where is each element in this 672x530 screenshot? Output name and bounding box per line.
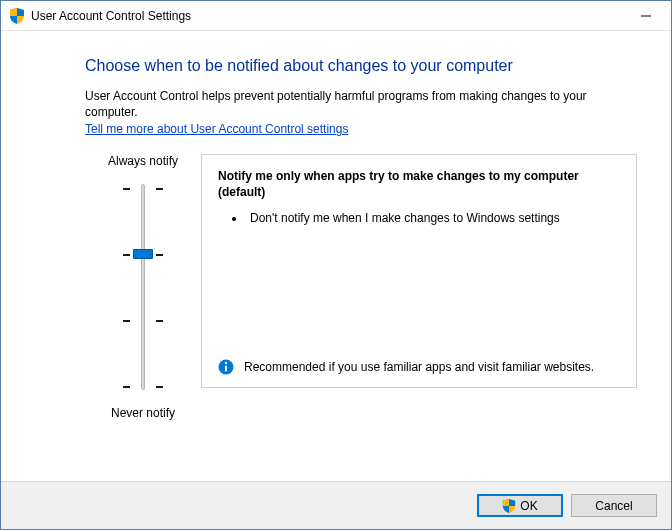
slider-column: Always notify Never notify xyxy=(85,154,201,420)
recommendation-row: Recommended if you use familiar apps and… xyxy=(218,359,620,375)
slider-top-label: Always notify xyxy=(108,154,178,168)
page-description: User Account Control helps prevent poten… xyxy=(85,89,637,120)
uac-settings-window: User Account Control Settings Choose whe… xyxy=(0,0,672,530)
detail-title: Notify me only when apps try to make cha… xyxy=(218,169,620,200)
slider-tick xyxy=(123,320,130,322)
ok-button-label: OK xyxy=(520,499,537,513)
content-area: Choose when to be notified about changes… xyxy=(1,31,671,481)
titlebar: User Account Control Settings xyxy=(1,1,671,31)
detail-bullet-item: Don't notify me when I make changes to W… xyxy=(246,210,620,226)
uac-shield-icon xyxy=(9,8,25,24)
slider-tick xyxy=(123,188,130,190)
slider-bottom-label: Never notify xyxy=(111,406,175,420)
page-heading: Choose when to be notified about changes… xyxy=(85,57,637,75)
detail-panel: Notify me only when apps try to make cha… xyxy=(201,154,637,388)
minimize-button[interactable] xyxy=(623,1,669,31)
detail-bullets: Don't notify me when I make changes to W… xyxy=(218,210,620,226)
ok-button[interactable]: OK xyxy=(477,494,563,517)
slider-thumb[interactable] xyxy=(133,249,153,259)
notification-level-slider[interactable] xyxy=(113,178,173,396)
slider-tick xyxy=(156,386,163,388)
uac-shield-icon xyxy=(502,499,516,513)
recommendation-text: Recommended if you use familiar apps and… xyxy=(244,359,594,375)
slider-track xyxy=(141,184,145,390)
window-title: User Account Control Settings xyxy=(31,9,191,23)
dialog-footer: OK Cancel xyxy=(1,481,671,529)
slider-tick xyxy=(156,254,163,256)
settings-body: Always notify Never notify Not xyxy=(85,154,637,420)
slider-tick xyxy=(123,254,130,256)
slider-tick xyxy=(156,188,163,190)
info-icon xyxy=(218,359,234,375)
cancel-button-label: Cancel xyxy=(595,499,632,513)
slider-tick xyxy=(156,320,163,322)
help-link[interactable]: Tell me more about User Account Control … xyxy=(85,122,348,136)
slider-tick xyxy=(123,386,130,388)
svg-point-3 xyxy=(225,362,227,364)
cancel-button[interactable]: Cancel xyxy=(571,494,657,517)
svg-rect-2 xyxy=(225,366,227,372)
